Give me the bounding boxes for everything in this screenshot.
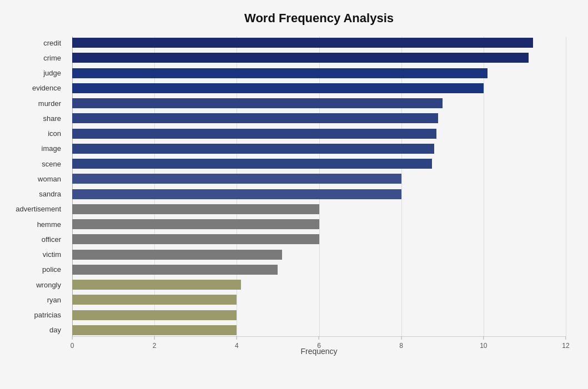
bar-label: advertisement: [0, 205, 67, 213]
x-tick-line: [154, 336, 155, 340]
bar: [72, 159, 432, 169]
bar-label: patricias: [0, 311, 67, 319]
bar: [72, 280, 241, 290]
bar: [72, 129, 436, 139]
bar-label: hemme: [0, 220, 67, 229]
bar-wrapper: wrongly: [72, 279, 566, 291]
bar: [72, 219, 319, 229]
bar-label: woman: [0, 175, 67, 183]
bar-row: advertisement: [72, 203, 566, 215]
bar-wrapper: evidence: [72, 82, 566, 94]
bars-container: creditcrimejudgeevidencemurdershareiconi…: [72, 37, 566, 336]
bar-label: scene: [0, 160, 67, 168]
bar-row: day: [72, 324, 566, 336]
bar-wrapper: scene: [72, 158, 566, 170]
bar-row: police: [72, 264, 566, 276]
bar-wrapper: officer: [72, 233, 566, 245]
x-tick-line: [401, 336, 401, 340]
bar-wrapper: share: [72, 112, 566, 124]
bar: [72, 204, 319, 214]
bar-label: judge: [0, 69, 67, 77]
bar: [72, 144, 434, 154]
bar-row: hemme: [72, 218, 566, 230]
bar-label: evidence: [0, 84, 67, 92]
bar-wrapper: woman: [72, 173, 566, 185]
bar-row: credit: [72, 37, 566, 49]
bar-label: officer: [0, 235, 67, 244]
bar-wrapper: day: [72, 324, 566, 336]
bar-row: murder: [72, 97, 566, 109]
bar-label: icon: [0, 129, 67, 138]
chart-area: creditcrimejudgeevidencemurdershareiconi…: [72, 37, 566, 358]
bar: [72, 68, 488, 78]
bar-row: victim: [72, 249, 566, 261]
chart-container: Word Frequency Analysis creditcrimejudge…: [0, 0, 588, 389]
bar-label: police: [0, 265, 67, 274]
bar-wrapper: sandra: [72, 188, 566, 200]
x-axis-title: Frequency: [72, 347, 566, 356]
chart-title: Word Frequency Analysis: [72, 11, 566, 26]
x-tick-line: [565, 336, 566, 340]
bar-wrapper: police: [72, 264, 566, 276]
x-tick-line: [72, 336, 73, 340]
bar-row: judge: [72, 67, 566, 79]
bar-label: wrongly: [0, 281, 67, 289]
bar-label: image: [0, 144, 67, 153]
bar-row: sandra: [72, 188, 566, 200]
bar: [72, 265, 278, 275]
bar: [72, 295, 237, 305]
bar-wrapper: credit: [72, 37, 566, 49]
bar-row: officer: [72, 233, 566, 245]
bar: [72, 53, 529, 63]
bar-label: murder: [0, 99, 67, 108]
bar: [72, 113, 438, 123]
bar-row: wrongly: [72, 279, 566, 291]
bar-wrapper: ryan: [72, 294, 566, 306]
bar: [72, 98, 443, 108]
bar-row: image: [72, 143, 566, 155]
bar-row: woman: [72, 173, 566, 185]
grid-line: [566, 37, 566, 336]
bar-label: day: [0, 326, 67, 334]
bar-row: ryan: [72, 294, 566, 306]
bar-label: sandra: [0, 190, 67, 198]
bar-row: scene: [72, 158, 566, 170]
x-axis: 024681012 Frequency: [72, 336, 566, 358]
bar-wrapper: crime: [72, 52, 566, 64]
bar: [72, 83, 484, 93]
x-tick-line: [237, 336, 237, 340]
bar-row: share: [72, 112, 566, 124]
bar-wrapper: icon: [72, 128, 566, 140]
bar-row: icon: [72, 128, 566, 140]
bar: [72, 250, 282, 260]
bar: [72, 38, 533, 48]
bar-label: credit: [0, 39, 67, 47]
x-tick-line: [319, 336, 319, 340]
bar-label: crime: [0, 54, 67, 62]
bar: [72, 325, 237, 335]
bar-row: patricias: [72, 309, 566, 321]
bar-label: share: [0, 114, 67, 123]
bar-row: crime: [72, 52, 566, 64]
bar-wrapper: victim: [72, 249, 566, 261]
bar-row: evidence: [72, 82, 566, 94]
bar-label: ryan: [0, 296, 67, 304]
bar-wrapper: patricias: [72, 309, 566, 321]
bar-label: victim: [0, 250, 67, 259]
bar-wrapper: advertisement: [72, 203, 566, 215]
bar-wrapper: murder: [72, 97, 566, 109]
x-tick-line: [483, 336, 484, 340]
bar: [72, 189, 401, 199]
bar-wrapper: hemme: [72, 218, 566, 230]
bar-wrapper: judge: [72, 67, 566, 79]
bar: [72, 174, 401, 184]
bar: [72, 310, 237, 320]
bar: [72, 234, 319, 244]
bar-wrapper: image: [72, 143, 566, 155]
